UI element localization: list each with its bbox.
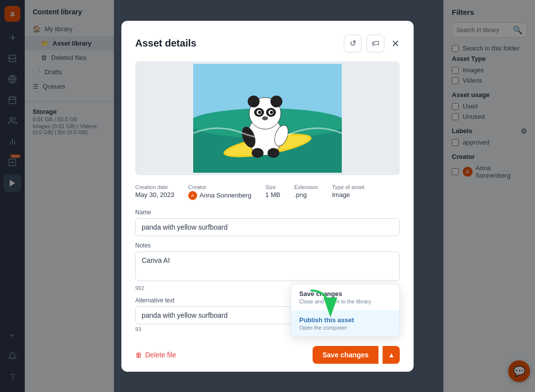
modal-title: Asset details [135, 38, 339, 49]
creation-date-label: Creation date [135, 184, 174, 190]
creation-date-value: May 30, 2023 [135, 191, 174, 198]
creator-label: Creator [188, 184, 252, 190]
svg-point-34 [268, 148, 279, 158]
svg-point-23 [270, 96, 282, 107]
creator-value: A Anna Sonnenberg [188, 191, 252, 200]
green-arrow [301, 286, 340, 327]
extension-col: Extension .png [294, 184, 318, 200]
extension-value: .png [294, 191, 318, 198]
modal-footer: Save changes Close and return to the lib… [135, 338, 400, 372]
creation-date-col: Creation date May 30, 2023 [135, 184, 174, 200]
asset-image-preview [135, 61, 400, 175]
name-label: Name [135, 209, 400, 216]
meta-row: Creation date May 30, 2023 Creator A Ann… [135, 184, 400, 200]
creator-avatar: A [188, 191, 197, 200]
footer-buttons: 🗑 Delete file Save changes ▲ [135, 346, 400, 364]
svg-point-28 [258, 111, 261, 114]
extension-label: Extension [294, 184, 318, 190]
modal-header: Asset details ↺ 🏷 ✕ [135, 35, 400, 52]
svg-point-30 [262, 116, 268, 120]
notes-textarea[interactable]: Canva AI [135, 251, 400, 281]
panda-illustration [193, 64, 342, 173]
delete-file-button[interactable]: 🗑 Delete file [135, 347, 176, 363]
asset-details-modal: Asset details ↺ 🏷 ✕ [121, 21, 414, 372]
size-value: 1 MB [266, 191, 280, 198]
trash-icon: 🗑 [135, 351, 142, 359]
name-input[interactable] [135, 218, 400, 236]
size-label: Size [266, 184, 280, 190]
modal-overlay: Asset details ↺ 🏷 ✕ [0, 0, 535, 392]
svg-point-22 [248, 96, 260, 107]
type-value: Image [332, 191, 364, 198]
type-col: Type of asset Image [332, 184, 364, 200]
creator-col: Creator A Anna Sonnenberg [188, 184, 252, 200]
close-button[interactable]: ✕ [391, 38, 400, 49]
size-col: Size 1 MB [266, 184, 280, 200]
history-button[interactable]: ↺ [344, 35, 362, 52]
type-label: Type of asset [332, 184, 364, 190]
save-changes-button[interactable]: Save changes [313, 346, 378, 364]
svg-point-29 [270, 111, 273, 114]
tag-button[interactable]: 🏷 [367, 35, 384, 52]
save-chevron-button[interactable]: ▲ [382, 346, 400, 364]
notes-label: Notes [135, 242, 400, 249]
svg-point-33 [252, 148, 264, 158]
